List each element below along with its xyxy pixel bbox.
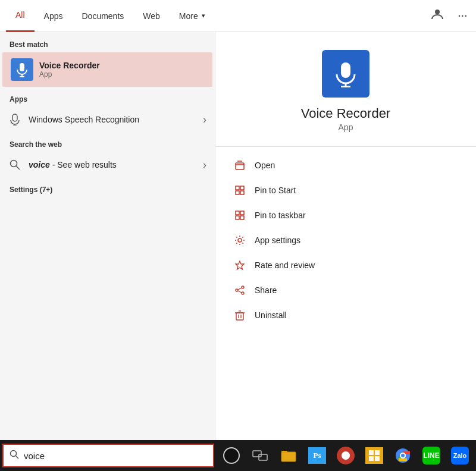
cortana-button[interactable] bbox=[218, 442, 245, 469]
svg-rect-12 bbox=[236, 163, 244, 169]
svg-rect-9 bbox=[341, 62, 350, 78]
open-icon bbox=[233, 159, 246, 172]
svg-line-8 bbox=[16, 166, 20, 169]
tab-all-label: All bbox=[15, 10, 25, 20]
detail-app-icon bbox=[322, 50, 369, 98]
web-search-arrow bbox=[203, 159, 206, 171]
file-explorer-button[interactable] bbox=[275, 442, 302, 469]
svg-point-23 bbox=[242, 286, 244, 288]
svg-line-27 bbox=[238, 291, 242, 293]
detail-app-type: App bbox=[339, 123, 353, 132]
context-menu: Open Pin to Start bbox=[215, 147, 476, 334]
svg-rect-4 bbox=[12, 114, 17, 121]
cortana-icon bbox=[223, 447, 240, 464]
taskbar-search-icon bbox=[10, 450, 19, 461]
yellow-app-button[interactable] bbox=[361, 442, 388, 469]
apps-section-label: Apps bbox=[0, 87, 215, 107]
share-icon bbox=[233, 284, 246, 297]
svg-point-7 bbox=[11, 161, 17, 167]
rate-review-label: Rate and review bbox=[255, 260, 315, 270]
web-search-text: voice - See web results bbox=[29, 160, 203, 169]
more-caret-icon: ▾ bbox=[202, 12, 205, 20]
speech-recognition-icon bbox=[8, 113, 21, 126]
line-button[interactable]: LINE bbox=[418, 442, 445, 469]
taskbar-search-input[interactable] bbox=[24, 451, 207, 461]
uninstall-label: Uninstall bbox=[255, 310, 287, 320]
svg-rect-17 bbox=[236, 211, 239, 215]
svg-rect-19 bbox=[236, 216, 239, 219]
speech-recognition-item[interactable]: Windows Speech Recognition bbox=[0, 107, 215, 132]
open-menu-item[interactable]: Open bbox=[215, 153, 476, 178]
chrome-button[interactable] bbox=[389, 442, 416, 469]
share-menu-item[interactable]: Share bbox=[215, 278, 476, 303]
file-explorer-icon bbox=[280, 448, 297, 463]
svg-rect-16 bbox=[240, 191, 244, 194]
user-icon[interactable] bbox=[428, 5, 446, 26]
svg-point-24 bbox=[242, 292, 244, 294]
uninstall-menu-item[interactable]: Uninstall bbox=[215, 303, 476, 328]
app-settings-label: App settings bbox=[255, 236, 300, 245]
detail-app-name: Voice Recorder bbox=[301, 106, 390, 121]
svg-rect-13 bbox=[236, 186, 239, 190]
best-match-label: Best match bbox=[0, 32, 215, 52]
web-search-item[interactable]: voice - See web results bbox=[0, 152, 215, 177]
share-label: Share bbox=[255, 285, 277, 295]
svg-rect-0 bbox=[435, 10, 440, 14]
open-label: Open bbox=[255, 161, 275, 170]
pin-taskbar-menu-item[interactable]: Pin to taskbar bbox=[215, 203, 476, 228]
rate-review-icon bbox=[233, 259, 246, 272]
pin-start-label: Pin to Start bbox=[255, 186, 296, 195]
web-search-label: Search the web bbox=[0, 132, 215, 152]
svg-point-47 bbox=[401, 454, 405, 457]
app-settings-icon bbox=[233, 234, 246, 247]
svg-rect-35 bbox=[253, 451, 261, 457]
svg-rect-20 bbox=[240, 216, 244, 219]
svg-rect-15 bbox=[236, 191, 239, 194]
svg-rect-36 bbox=[259, 454, 267, 460]
red-app-button[interactable] bbox=[332, 442, 359, 469]
app-settings-menu-item[interactable]: App settings bbox=[215, 228, 476, 253]
best-match-subtitle: App bbox=[39, 70, 100, 78]
taskbar-search-box[interactable] bbox=[2, 444, 214, 467]
tab-documents[interactable]: Documents bbox=[72, 0, 133, 32]
pin-start-icon bbox=[233, 184, 246, 197]
svg-point-25 bbox=[236, 289, 238, 291]
best-match-title: Voice Recorder bbox=[39, 61, 100, 70]
tab-all[interactable]: All bbox=[6, 0, 35, 32]
task-view-button[interactable] bbox=[246, 442, 274, 469]
svg-rect-41 bbox=[375, 450, 380, 455]
rate-review-menu-item[interactable]: Rate and review bbox=[215, 253, 476, 278]
more-options-icon[interactable]: ··· bbox=[456, 8, 470, 24]
chrome-icon bbox=[394, 447, 411, 464]
left-panel: Best match Voice Recorder App bbox=[0, 32, 215, 440]
line-icon: LINE bbox=[422, 447, 440, 464]
red-app-icon bbox=[337, 447, 355, 464]
pin-start-menu-item[interactable]: Pin to Start bbox=[215, 178, 476, 203]
best-match-item[interactable]: Voice Recorder App bbox=[2, 52, 212, 87]
tab-apps[interactable]: Apps bbox=[35, 0, 73, 32]
tab-web[interactable]: Web bbox=[133, 0, 170, 32]
tab-web-label: Web bbox=[143, 11, 160, 21]
svg-point-33 bbox=[11, 451, 17, 457]
photoshop-button[interactable]: Ps bbox=[303, 442, 331, 469]
settings-label: Settings (7+) bbox=[0, 177, 215, 197]
svg-point-21 bbox=[238, 238, 242, 242]
zalo-button[interactable]: Zalo bbox=[446, 442, 474, 469]
speech-recognition-label: Windows Speech Recognition bbox=[29, 115, 203, 124]
photoshop-icon: Ps bbox=[308, 447, 326, 464]
zalo-icon: Zalo bbox=[451, 447, 469, 464]
task-view-icon bbox=[252, 449, 268, 462]
voice-recorder-icon bbox=[11, 58, 33, 81]
svg-rect-14 bbox=[240, 186, 244, 190]
svg-rect-1 bbox=[20, 63, 24, 71]
tab-documents-label: Documents bbox=[82, 11, 124, 21]
svg-rect-28 bbox=[236, 313, 243, 320]
pin-taskbar-label: Pin to taskbar bbox=[255, 211, 306, 220]
tab-more[interactable]: More ▾ bbox=[170, 0, 215, 32]
app-detail-header: Voice Recorder App bbox=[215, 32, 476, 147]
svg-rect-37 bbox=[281, 452, 296, 461]
svg-line-34 bbox=[16, 456, 19, 459]
tab-more-label: More bbox=[179, 11, 198, 21]
web-search-icon bbox=[8, 158, 21, 171]
svg-rect-42 bbox=[369, 456, 374, 461]
